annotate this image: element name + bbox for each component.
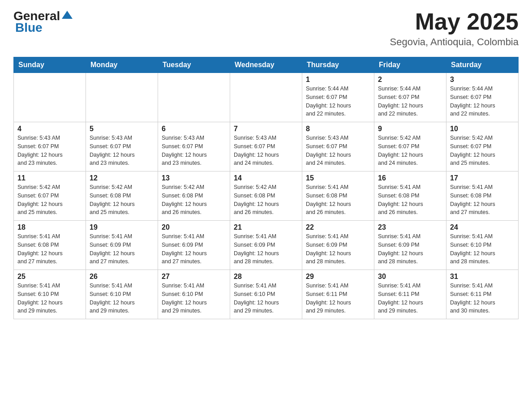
day-number: 12 bbox=[90, 174, 154, 182]
day-cell: 29Sunrise: 5:41 AM Sunset: 6:11 PM Dayli… bbox=[302, 270, 374, 319]
day-cell: 16Sunrise: 5:41 AM Sunset: 6:08 PM Dayli… bbox=[374, 171, 446, 221]
day-cell: 25Sunrise: 5:41 AM Sunset: 6:10 PM Dayli… bbox=[14, 270, 86, 319]
day-cell: 17Sunrise: 5:41 AM Sunset: 6:08 PM Dayli… bbox=[446, 171, 519, 221]
day-info: Sunrise: 5:42 AM Sunset: 6:08 PM Dayligh… bbox=[234, 183, 298, 217]
day-info: Sunrise: 5:41 AM Sunset: 6:09 PM Dayligh… bbox=[90, 232, 154, 266]
day-cell: 18Sunrise: 5:41 AM Sunset: 6:08 PM Dayli… bbox=[14, 221, 86, 270]
day-info: Sunrise: 5:41 AM Sunset: 6:09 PM Dayligh… bbox=[378, 232, 442, 266]
day-number: 19 bbox=[90, 223, 154, 231]
day-cell: 20Sunrise: 5:41 AM Sunset: 6:09 PM Dayli… bbox=[158, 221, 230, 270]
day-number: 20 bbox=[162, 223, 226, 231]
week-row-3: 11Sunrise: 5:42 AM Sunset: 6:07 PM Dayli… bbox=[14, 171, 519, 221]
week-row-4: 18Sunrise: 5:41 AM Sunset: 6:08 PM Dayli… bbox=[14, 221, 519, 270]
day-cell: 21Sunrise: 5:41 AM Sunset: 6:09 PM Dayli… bbox=[230, 221, 302, 270]
day-header-monday: Monday bbox=[86, 57, 158, 73]
day-header-friday: Friday bbox=[374, 57, 446, 73]
day-info: Sunrise: 5:41 AM Sunset: 6:08 PM Dayligh… bbox=[306, 183, 370, 217]
day-info: Sunrise: 5:43 AM Sunset: 6:07 PM Dayligh… bbox=[90, 134, 154, 167]
day-number: 4 bbox=[17, 125, 82, 133]
day-header-thursday: Thursday bbox=[302, 57, 374, 73]
day-info: Sunrise: 5:42 AM Sunset: 6:07 PM Dayligh… bbox=[17, 183, 82, 217]
day-cell: 10Sunrise: 5:42 AM Sunset: 6:07 PM Dayli… bbox=[446, 122, 519, 171]
day-info: Sunrise: 5:42 AM Sunset: 6:08 PM Dayligh… bbox=[90, 183, 154, 217]
day-number: 2 bbox=[378, 76, 442, 84]
day-info: Sunrise: 5:43 AM Sunset: 6:07 PM Dayligh… bbox=[306, 134, 370, 167]
day-header-saturday: Saturday bbox=[446, 57, 519, 73]
week-row-1: 1Sunrise: 5:44 AM Sunset: 6:07 PM Daylig… bbox=[14, 73, 519, 122]
day-number: 6 bbox=[162, 125, 226, 133]
day-number: 18 bbox=[17, 223, 82, 231]
day-info: Sunrise: 5:43 AM Sunset: 6:07 PM Dayligh… bbox=[162, 134, 226, 167]
month-year-title: May 2025 bbox=[390, 9, 519, 34]
day-info: Sunrise: 5:41 AM Sunset: 6:09 PM Dayligh… bbox=[234, 232, 298, 266]
day-number: 1 bbox=[306, 76, 370, 84]
day-cell: 22Sunrise: 5:41 AM Sunset: 6:09 PM Dayli… bbox=[302, 221, 374, 270]
day-info: Sunrise: 5:41 AM Sunset: 6:11 PM Dayligh… bbox=[378, 282, 442, 315]
day-number: 25 bbox=[17, 273, 82, 281]
day-number: 24 bbox=[450, 223, 515, 231]
day-number: 17 bbox=[450, 174, 515, 182]
day-cell: 7Sunrise: 5:43 AM Sunset: 6:07 PM Daylig… bbox=[230, 122, 302, 171]
calendar-table: SundayMondayTuesdayWednesdayThursdayFrid… bbox=[13, 57, 519, 319]
day-cell: 19Sunrise: 5:41 AM Sunset: 6:09 PM Dayli… bbox=[86, 221, 158, 270]
calendar-body: 1Sunrise: 5:44 AM Sunset: 6:07 PM Daylig… bbox=[14, 73, 519, 319]
day-number: 31 bbox=[450, 273, 515, 281]
day-number: 11 bbox=[17, 174, 82, 182]
day-info: Sunrise: 5:43 AM Sunset: 6:07 PM Dayligh… bbox=[234, 134, 298, 167]
day-info: Sunrise: 5:41 AM Sunset: 6:10 PM Dayligh… bbox=[234, 282, 298, 315]
day-info: Sunrise: 5:41 AM Sunset: 6:08 PM Dayligh… bbox=[17, 232, 82, 266]
day-cell: 13Sunrise: 5:42 AM Sunset: 6:08 PM Dayli… bbox=[158, 171, 230, 221]
day-number: 15 bbox=[306, 174, 370, 182]
day-number: 29 bbox=[306, 273, 370, 281]
day-number: 16 bbox=[378, 174, 442, 182]
day-number: 3 bbox=[450, 76, 515, 84]
day-info: Sunrise: 5:41 AM Sunset: 6:08 PM Dayligh… bbox=[378, 183, 442, 217]
day-number: 7 bbox=[234, 125, 298, 133]
day-info: Sunrise: 5:44 AM Sunset: 6:07 PM Dayligh… bbox=[306, 85, 370, 118]
day-cell: 9Sunrise: 5:42 AM Sunset: 6:07 PM Daylig… bbox=[374, 122, 446, 171]
day-info: Sunrise: 5:41 AM Sunset: 6:10 PM Dayligh… bbox=[90, 282, 154, 315]
day-cell: 8Sunrise: 5:43 AM Sunset: 6:07 PM Daylig… bbox=[302, 122, 374, 171]
day-info: Sunrise: 5:41 AM Sunset: 6:10 PM Dayligh… bbox=[450, 232, 515, 266]
day-info: Sunrise: 5:41 AM Sunset: 6:10 PM Dayligh… bbox=[162, 282, 226, 315]
day-info: Sunrise: 5:41 AM Sunset: 6:11 PM Dayligh… bbox=[306, 282, 370, 315]
page-header: General Blue May 2025 Segovia, Antioquia… bbox=[13, 9, 519, 48]
day-header-tuesday: Tuesday bbox=[158, 57, 230, 73]
svg-marker-0 bbox=[62, 11, 73, 19]
day-number: 13 bbox=[162, 174, 226, 182]
day-cell: 4Sunrise: 5:43 AM Sunset: 6:07 PM Daylig… bbox=[14, 122, 86, 171]
day-header-wednesday: Wednesday bbox=[230, 57, 302, 73]
day-info: Sunrise: 5:42 AM Sunset: 6:07 PM Dayligh… bbox=[450, 134, 515, 167]
day-info: Sunrise: 5:41 AM Sunset: 6:08 PM Dayligh… bbox=[450, 183, 515, 217]
day-cell: 14Sunrise: 5:42 AM Sunset: 6:08 PM Dayli… bbox=[230, 171, 302, 221]
day-number: 27 bbox=[162, 273, 226, 281]
day-cell: 26Sunrise: 5:41 AM Sunset: 6:10 PM Dayli… bbox=[86, 270, 158, 319]
day-number: 10 bbox=[450, 125, 515, 133]
logo-blue: Blue bbox=[15, 21, 43, 35]
title-block: May 2025 Segovia, Antioquia, Colombia bbox=[390, 9, 519, 48]
logo: General Blue bbox=[13, 9, 73, 35]
day-info: Sunrise: 5:42 AM Sunset: 6:07 PM Dayligh… bbox=[378, 134, 442, 167]
day-cell: 30Sunrise: 5:41 AM Sunset: 6:11 PM Dayli… bbox=[374, 270, 446, 319]
day-number: 9 bbox=[378, 125, 442, 133]
day-number: 23 bbox=[378, 223, 442, 231]
day-cell bbox=[14, 73, 86, 122]
day-header-sunday: Sunday bbox=[14, 57, 86, 73]
day-cell bbox=[158, 73, 230, 122]
day-cell: 11Sunrise: 5:42 AM Sunset: 6:07 PM Dayli… bbox=[14, 171, 86, 221]
day-cell: 12Sunrise: 5:42 AM Sunset: 6:08 PM Dayli… bbox=[86, 171, 158, 221]
location-subtitle: Segovia, Antioquia, Colombia bbox=[390, 36, 519, 48]
day-number: 22 bbox=[306, 223, 370, 231]
week-row-2: 4Sunrise: 5:43 AM Sunset: 6:07 PM Daylig… bbox=[14, 122, 519, 171]
day-cell: 1Sunrise: 5:44 AM Sunset: 6:07 PM Daylig… bbox=[302, 73, 374, 122]
day-number: 26 bbox=[90, 273, 154, 281]
day-cell bbox=[230, 73, 302, 122]
day-cell: 2Sunrise: 5:44 AM Sunset: 6:07 PM Daylig… bbox=[374, 73, 446, 122]
day-cell: 31Sunrise: 5:41 AM Sunset: 6:11 PM Dayli… bbox=[446, 270, 519, 319]
day-info: Sunrise: 5:41 AM Sunset: 6:09 PM Dayligh… bbox=[162, 232, 226, 266]
days-of-week-row: SundayMondayTuesdayWednesdayThursdayFrid… bbox=[14, 57, 519, 73]
day-number: 8 bbox=[306, 125, 370, 133]
day-number: 5 bbox=[90, 125, 154, 133]
day-number: 14 bbox=[234, 174, 298, 182]
day-cell: 5Sunrise: 5:43 AM Sunset: 6:07 PM Daylig… bbox=[86, 122, 158, 171]
